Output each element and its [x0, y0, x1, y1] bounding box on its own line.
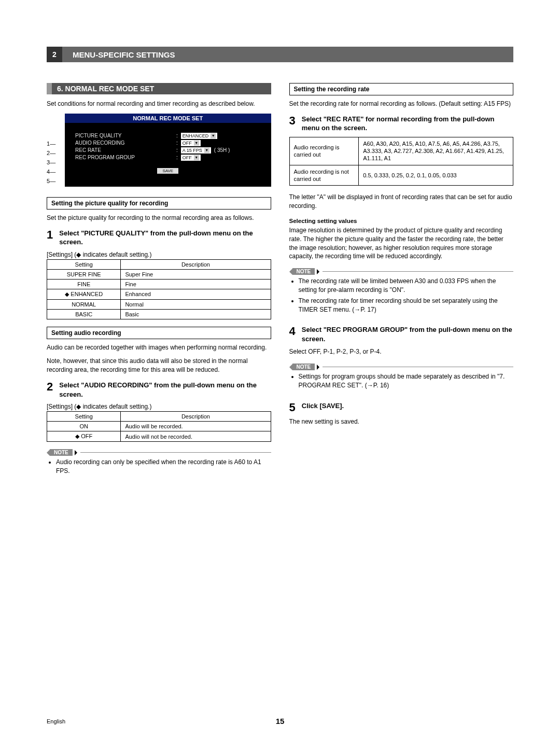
step-text: Select "AUDIO RECORDING" from the pull-d…	[59, 381, 271, 399]
page-footer: English 15	[47, 717, 513, 725]
step-2: 2 Select "AUDIO RECORDING" from the pull…	[47, 381, 271, 399]
table-row: ◆ OFFAudio will not be recorded.	[47, 431, 271, 442]
picture-quality-table: Setting Description SUPER FINESuper Fine…	[47, 259, 271, 319]
footer-language: English	[47, 718, 99, 724]
note-bar: NOTE	[289, 268, 514, 275]
body-text: Set the recording rate for normal record…	[289, 100, 514, 108]
chapter-title: MENU-SPECIFIC SETTINGS	[62, 50, 175, 59]
table-row: ◆ ENHANCEDEnhanced	[47, 289, 271, 299]
table-row: ONAudio will be recorded.	[47, 422, 271, 431]
note-item: Settings for program groups should be ma…	[299, 372, 514, 390]
note-label: NOTE	[50, 449, 73, 456]
body-text: Select OFF, P-1, P-2, P-3, or P-4.	[289, 347, 514, 356]
rec-rate-label: REC RATE	[75, 147, 176, 153]
gui-screenshot: 1 — 2 — 3 — 4 — 5 — NORMAL REC MODE SET …	[47, 114, 271, 187]
rec-rate-select[interactable]: A 15 FPS▼	[181, 147, 211, 153]
sub-heading-rec-rate: Setting the recording rate	[289, 83, 514, 95]
settings-caption: [Settings] (◆ indicates default setting.…	[47, 251, 271, 258]
step-number: 2	[47, 381, 53, 393]
step-text: Click [SAVE].	[302, 401, 513, 411]
step-text: Select "PICTURE QUALITY" from the pull-d…	[59, 229, 271, 247]
picture-quality-label: PICTURE QUALITY	[75, 133, 176, 138]
right-column: Setting the recording rate Set the recor…	[289, 83, 514, 478]
audio-recording-label: AUDIO RECORDING	[75, 140, 176, 146]
sub-heading-audio: Setting audio recording	[47, 327, 271, 339]
section-title: 6. NORMAL REC MODE SET	[47, 83, 271, 94]
selecting-heading: Selecting setting values	[289, 218, 514, 224]
body-text: Audio can be recorded together with imag…	[47, 343, 271, 352]
note-bar: NOTE	[47, 449, 271, 456]
chevron-down-icon: ▼	[194, 155, 199, 160]
body-text: The letter "A" will be displayed in fron…	[289, 193, 514, 211]
step-number: 1	[47, 229, 53, 241]
chapter-number: 2	[47, 47, 62, 62]
sub-heading-picture-quality: Setting the picture quality for recordin…	[47, 197, 271, 210]
note-item: Audio recording can only be specified wh…	[56, 458, 271, 476]
gui-callouts: 1 — 2 — 3 — 4 — 5 —	[47, 114, 65, 186]
audio-recording-select[interactable]: OFF▼	[181, 140, 201, 146]
body-text: Set the picture quality for recording to…	[47, 214, 271, 222]
chevron-down-icon: ▼	[194, 141, 199, 146]
section-intro: Set conditions for normal recording and …	[47, 100, 271, 108]
note-list: Audio recording can only be specified wh…	[47, 458, 271, 476]
step-text: Select "REC PROGRAM GROUP" from the pull…	[302, 325, 513, 343]
step-text: Select "REC RATE" for normal recording f…	[302, 115, 513, 133]
save-button[interactable]: SAVE	[157, 168, 178, 174]
table-row: Audio recording is carried outA60, A30, …	[289, 137, 513, 165]
step-5: 5 Click [SAVE].	[289, 401, 514, 413]
note-list: Settings for program groups should be ma…	[289, 372, 514, 390]
note-bar: NOTE	[289, 364, 514, 370]
note-item: The recording rate will be limited betwe…	[299, 277, 514, 295]
chapter-header: 2 MENU-SPECIFIC SETTINGS	[47, 47, 513, 62]
body-text: The new setting is saved.	[289, 417, 514, 426]
table-row: BASICBasic	[47, 309, 271, 319]
arrow-right-icon	[317, 365, 319, 370]
left-column: 6. NORMAL REC MODE SET Set conditions fo…	[47, 83, 271, 478]
step-4: 4 Select "REC PROGRAM GROUP" from the pu…	[289, 325, 514, 343]
note-label: NOTE	[292, 364, 315, 370]
rec-rate-table: Audio recording is carried outA60, A30, …	[289, 137, 514, 186]
page-number: 15	[276, 717, 285, 725]
step-number: 4	[289, 325, 296, 337]
table-row: SUPER FINESuper Fine	[47, 269, 271, 279]
rec-rate-hours: ( 35H )	[214, 147, 230, 153]
arrow-right-icon	[317, 269, 319, 274]
settings-caption: [Settings] (◆ indicates default setting.…	[47, 403, 271, 410]
chevron-down-icon: ▼	[204, 148, 209, 153]
chevron-down-icon: ▼	[211, 133, 216, 138]
rec-program-label: REC PROGRAM GROUP	[75, 155, 176, 160]
table-row: NORMALNormal	[47, 299, 271, 309]
note-label: NOTE	[292, 268, 315, 275]
arrow-right-icon	[75, 450, 77, 455]
step-number: 5	[289, 401, 296, 413]
body-text: Image resolution is determined by the pr…	[289, 226, 514, 261]
step-1: 1 Select "PICTURE QUALITY" from the pull…	[47, 229, 271, 247]
rec-program-select[interactable]: OFF▼	[181, 155, 201, 161]
table-row: FINEFine	[47, 279, 271, 289]
step-number: 3	[289, 115, 296, 127]
note-item: The recording rate for timer recording s…	[299, 297, 514, 314]
body-text: Note, however, that since this audio dat…	[47, 357, 271, 374]
audio-recording-table: Setting Description ONAudio will be reco…	[47, 411, 271, 442]
gui-panel-title: NORMAL REC MODE SET	[65, 114, 271, 123]
picture-quality-select[interactable]: ENHANCED▼	[181, 133, 218, 139]
note-list: The recording rate will be limited betwe…	[289, 277, 514, 314]
step-3: 3 Select "REC RATE" for normal recording…	[289, 115, 514, 133]
table-row: Audio recording is not carried out0.5, 0…	[289, 165, 513, 186]
